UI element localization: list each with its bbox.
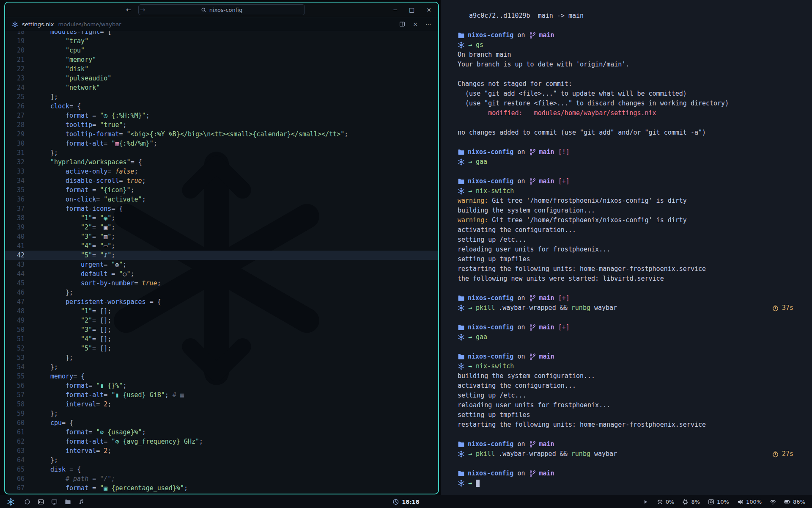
code-line[interactable]: 19"tray" (5, 36, 438, 46)
code-line[interactable]: 50"3"= []; (5, 325, 438, 334)
code-line[interactable]: 23"pulseaudio" (5, 74, 438, 83)
maximize-button[interactable]: □ (409, 6, 414, 13)
memory-module[interactable]: 8% (682, 499, 700, 505)
code-line[interactable]: 47persistent-workspaces = { (5, 297, 438, 306)
code-line[interactable]: 25]; (5, 92, 438, 102)
code-line[interactable]: 24"network" (5, 83, 438, 92)
forward-button[interactable]: → (140, 6, 145, 14)
code-line[interactable]: 21"memory" (5, 55, 438, 64)
pulseaudio-module[interactable]: 100% (737, 499, 762, 505)
code-line[interactable]: 46}; (5, 288, 438, 297)
workspace-2[interactable] (38, 499, 44, 505)
line-number: 53 (5, 353, 25, 362)
line-number: 40 (5, 232, 25, 241)
terminal-line (458, 342, 812, 352)
code-line[interactable]: 49"2"= []; (5, 316, 438, 325)
tab-close-button[interactable]: × (413, 21, 418, 28)
line-number: 59 (5, 409, 25, 418)
minimize-button[interactable]: ─ (394, 6, 397, 13)
network-module[interactable] (770, 499, 776, 505)
code-text: }; (25, 288, 73, 297)
code-line[interactable]: 36on-click= "activate"; (5, 195, 438, 204)
code-line[interactable]: 37format-icons= { (5, 204, 438, 213)
code-line[interactable]: 41"4"= "▭"; (5, 241, 438, 251)
code-line[interactable]: 61format= "⚙ {usage}%"; (5, 428, 438, 437)
code-line[interactable]: 38"1"= "◉"; (5, 213, 438, 223)
code-line[interactable]: 68interval= 60; (5, 493, 438, 494)
code-line[interactable]: 63interval= 2; (5, 446, 438, 456)
battery-module[interactable]: 86% (784, 499, 805, 505)
line-number: 61 (5, 428, 25, 437)
code-line[interactable]: 60cpu= { (5, 418, 438, 428)
terminal-line: Your branch is up to date with 'origin/m… (458, 60, 812, 69)
code-line[interactable]: 59}; (5, 409, 438, 418)
line-number: 49 (5, 316, 25, 325)
code-line[interactable]: 26clock= { (5, 102, 438, 111)
code-line[interactable]: 67format = "▣ {percentage_used}%"; (5, 483, 438, 493)
code-line[interactable]: 66# path = "/"; (5, 474, 438, 483)
code-line[interactable]: 29tooltip-format= "<big>{:%Y %B}</big>\n… (5, 130, 438, 139)
code-text: }; (25, 148, 58, 157)
code-text: "3"= []; (25, 325, 111, 334)
code-line-current[interactable]: 42"5"= "♪"; (5, 251, 438, 260)
terminal-line: no changes added to commit (use "git add… (458, 128, 812, 138)
split-pane-icon[interactable] (399, 21, 405, 27)
code-editor[interactable]: 18modules-right= [19"tray"20"cpu"21"memo… (5, 31, 438, 494)
code-line[interactable]: 45sort-by-number= true; (5, 279, 438, 288)
branch-icon (529, 149, 536, 156)
clock-module[interactable]: 18:18 (392, 499, 419, 505)
code-line[interactable]: 31}; (5, 148, 438, 157)
tab-filename[interactable]: settings.nix (22, 21, 54, 28)
code-line[interactable]: 32"hyprland/workspaces"= { (5, 157, 438, 167)
code-line[interactable]: 58interval= 2; (5, 400, 438, 409)
more-options-button[interactable]: ⋯ (425, 21, 431, 28)
project-search[interactable]: nixos-config (138, 4, 305, 15)
code-line[interactable]: 39"2"= "▣"; (5, 223, 438, 232)
code-line[interactable]: 20"cpu" (5, 46, 438, 55)
code-line[interactable]: 51"4"= []; (5, 334, 438, 344)
code-line[interactable]: 18modules-right= [ (5, 31, 438, 36)
desktop: { "window": { "back": "←", "forward": "→… (0, 0, 812, 508)
code-line[interactable]: 64}; (5, 456, 438, 465)
code-line[interactable]: 34disable-scroll= true; (5, 176, 438, 185)
code-line[interactable]: 52"5"= []; (5, 344, 438, 353)
code-line[interactable]: 53}; (5, 353, 438, 362)
workspace-5[interactable] (78, 499, 85, 505)
code-line[interactable]: 54}; (5, 362, 438, 372)
line-number: 26 (5, 102, 25, 111)
close-button[interactable]: × (426, 6, 431, 13)
workspace-1[interactable] (24, 499, 30, 505)
workspace-4[interactable] (65, 499, 71, 505)
cpu-module[interactable]: 0% (657, 499, 675, 505)
code-line[interactable]: 35format = "{icon}"; (5, 185, 438, 195)
code-line[interactable]: 62format-alt= "⚙ {avg_frequency} GHz"; (5, 437, 438, 446)
terminal-line (458, 459, 812, 469)
code-line[interactable]: 43urgent= "◎"; (5, 260, 438, 269)
pulseaudio-value: 100% (746, 499, 762, 505)
code-line[interactable]: 28tooltip= "true"; (5, 120, 438, 130)
back-button[interactable]: ← (126, 6, 132, 14)
disk-module[interactable]: 10% (708, 499, 729, 505)
code-line[interactable]: 33active-only= false; (5, 167, 438, 176)
tab-actions: × ⋯ (399, 21, 431, 28)
code-line[interactable]: 55memory= { (5, 372, 438, 381)
code-line[interactable]: 22"disk" (5, 64, 438, 74)
code-line[interactable]: 27format = "◷ {:%H:%M}"; (5, 111, 438, 120)
code-text: format = "◷ {:%H:%M}"; (25, 111, 150, 120)
code-line[interactable]: 56format= "▮ {}%"; (5, 381, 438, 390)
nix-menu-icon[interactable] (7, 498, 15, 506)
code-line[interactable]: 65disk = { (5, 465, 438, 474)
code-text: cpu= { (25, 418, 73, 428)
code-text: "5"= []; (25, 344, 111, 353)
code-line[interactable]: 40"3"= "▥"; (5, 232, 438, 241)
code-line[interactable]: 30format-alt= "▦{:%d/%m}"; (5, 139, 438, 148)
code-line[interactable]: 57format-alt= "▮ {used} GiB"; # ▦ (5, 390, 438, 400)
code-text: "3"= "▥"; (25, 232, 115, 241)
terminal[interactable]: a9c0c72..d11029b main -> mainnixos-confi… (441, 0, 812, 495)
tray-expander-module[interactable] (642, 499, 649, 505)
code-line[interactable]: 44default = "○"; (5, 269, 438, 279)
folder-icon (458, 295, 465, 302)
workspace-3[interactable] (51, 499, 58, 505)
code-line[interactable]: 48"1"= []; (5, 306, 438, 316)
terminal-line: nixos-config on main (458, 352, 812, 362)
